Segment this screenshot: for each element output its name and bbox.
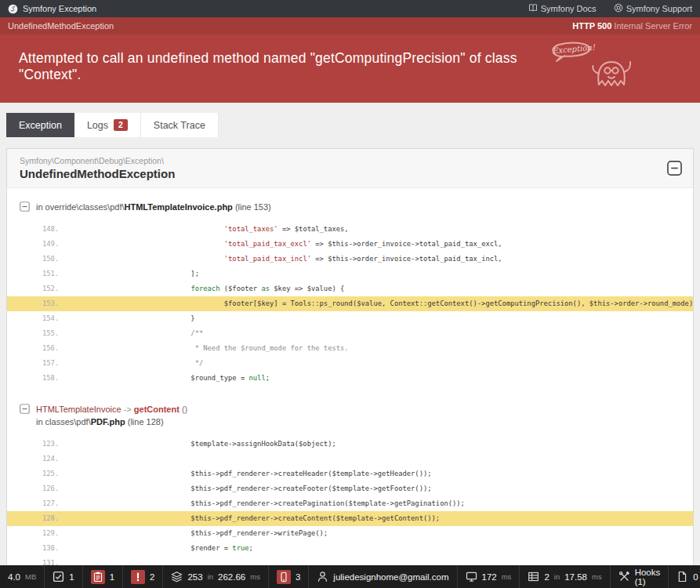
toolbar-text: 17.58 [564,572,587,582]
toolbar-text: 172 [482,572,497,582]
toolbar-item-request-time[interactable]: 172ms [458,565,520,588]
code-line: 151. ]; [7,267,693,281]
toolbar-item-user[interactable]: juliedesignhome@gmail.com [309,565,457,588]
toolbar: 4.0MB112253in262.66ms3juliedesignhome@gm… [0,565,700,588]
toolbar-text: 2 [150,572,154,582]
toolbar-item-cache[interactable]: 253in262.66ms [163,565,268,588]
code-listing: 123. $template->assignHookData($object);… [7,437,693,583]
file-icon [676,571,688,583]
toolbar-item-hooks[interactable]: Hooks (1) [611,565,669,588]
toolbar-text: in [208,572,213,581]
tab-badge: 2 [114,119,128,131]
trace-location: in override\classes\pdf\HTMLTemplateInvo… [36,201,271,214]
http-status-code: HTTP 500 [572,21,611,31]
trace-call: HTMLTemplateInvoice -> getContent () [36,403,187,416]
tab-stack-trace[interactable]: Stack Trace [141,113,219,137]
toolbar-item-logs[interactable]: 1 [83,565,123,588]
topbar-link-symfony-support[interactable]: Symfony Support [614,3,692,14]
line-code: $render = true; [125,541,253,556]
collapse-block-button[interactable] [20,403,30,414]
toolbar-item-memory[interactable]: 4.0MB [0,565,45,588]
app-title: Symfony Exception [23,4,96,13]
location-line: (line 128) [125,417,164,426]
layers-icon [171,571,183,583]
trace-block-header: HTMLTemplateInvoice -> getContent ()in c… [7,397,693,432]
toolbar-text: 1 [69,572,74,582]
exception-hero: Attempted to call an undefined method na… [0,34,700,103]
trace-block-header: in override\classes\pdf\HTMLTemplateInvo… [7,194,693,217]
exception-message: Attempted to call an undefined method na… [19,50,568,83]
tab-logs[interactable]: Logs2 [74,113,141,137]
line-code: 'total_paid_tax_excl' => $this->order_in… [125,237,502,252]
location-prefix: in override\classes\pdf\ [36,202,125,212]
toolbar-item-errors[interactable]: 2 [123,565,163,588]
toolbar-item-mails[interactable]: 0 [669,565,700,588]
line-code: foreach ($footer as $key => $value) { [125,281,344,296]
line-code: /** [125,326,203,341]
line-code: $this->pdf_renderer->createHeader($templ… [125,466,432,481]
trace-block: HTMLTemplateInvoice -> getContent ()in c… [7,397,693,583]
code-line: 130. $render = true; [7,541,693,556]
table-icon [528,571,539,583]
line-code: $this->pdf_renderer->writePage(); [125,526,328,541]
code-line: 126. $this->pdf_renderer->createFooter($… [7,481,693,496]
collapse-exception-button[interactable] [667,161,682,176]
call-arrow: -> [122,405,134,414]
code-line-highlighted: 153. $footer[$key] = Tools::ps_round($va… [7,296,693,311]
http-status: HTTP 500 Internal Server Error [572,21,692,31]
trace-block-title: in override\classes\pdf\HTMLTemplateInvo… [36,201,271,214]
monitor-icon [466,571,477,583]
toolbar-text: 0 [693,572,698,582]
statusbar: UndefinedMethodException HTTP 500 Intern… [0,17,700,34]
line-number: 125. [7,466,125,481]
toolbar-text: ms [592,572,602,581]
code-line: 125. $this->pdf_renderer->createHeader($… [7,466,693,481]
toolbar-item-messages[interactable]: 3 [269,565,309,588]
code-line: 150. 'total_paid_tax_incl' => $this->ord… [7,252,693,267]
line-code: $footer[$key] = Tools::ps_round($value, … [125,296,694,311]
call-method-name: getContent [134,405,180,414]
location-line: (line 153) [233,202,271,212]
line-code [125,452,158,466]
warning-icon [131,570,145,584]
toolbar-text: Hooks (1) [635,568,661,586]
line-number: 126. [7,481,125,496]
line-number: 150. [7,252,125,267]
line-code: 'total_taxes' => $total_taxes, [125,222,349,237]
topbar: Symfony Exception Symfony DocsSymfony Su… [0,0,700,17]
line-number: 129. [7,526,125,541]
exception-title: Symfony\Component\Debug\Exception\ Undef… [20,156,175,180]
topbar-link-label: Symfony Support [626,4,692,13]
topbar-link-symfony-docs[interactable]: Symfony Docs [528,3,597,14]
line-code: ]; [125,267,199,281]
code-line: 152. foreach ($footer as $key => $value)… [7,281,693,296]
toolbar-text: 3 [296,572,300,582]
exception-namespace: Symfony\Component\Debug\Exception\ [20,156,175,165]
code-line-highlighted: 128. $this->pdf_renderer->createContent(… [7,511,693,526]
line-code: * Need the $round_mode for the tests. [125,341,349,356]
line-number: 149. [7,237,125,252]
toolbar-text: MB [25,572,36,581]
trace-blocks: in override\classes\pdf\HTMLTemplateInvo… [7,188,693,582]
code-line: 156. * Need the $round_mode for the test… [7,341,693,356]
call-args: () [180,405,187,414]
code-line: 158. $round_type = null; [7,371,693,386]
book-icon [528,3,538,14]
collapse-block-button[interactable] [20,201,30,212]
code-listing: 148. 'total_taxes' => $total_taxes,149. … [7,222,693,386]
location-prefix: in classes\pdf\ [36,417,91,426]
line-code: $this->pdf_renderer->createPagination($t… [125,496,465,511]
http-status-text: Internal Server Error [614,21,692,31]
toolbar-item-database[interactable]: 2in17.58ms [520,565,610,588]
location-file: HTMLTemplateInvoice.php [125,202,233,212]
line-number: 154. [7,311,125,326]
toolbar-item-forms[interactable]: 1 [45,565,82,588]
topbar-link-label: Symfony Docs [541,4,597,13]
line-number: 158. [7,371,125,386]
toolbar-text: juliedesignhome@gmail.com [333,572,448,582]
toolbar-text: 253 [187,572,202,582]
tab-exception[interactable]: Exception [6,113,74,137]
exception-class: UndefinedMethodException [20,167,175,180]
symfony-logo-icon [8,4,18,14]
line-code: $template->assignHookData($object); [125,437,336,452]
